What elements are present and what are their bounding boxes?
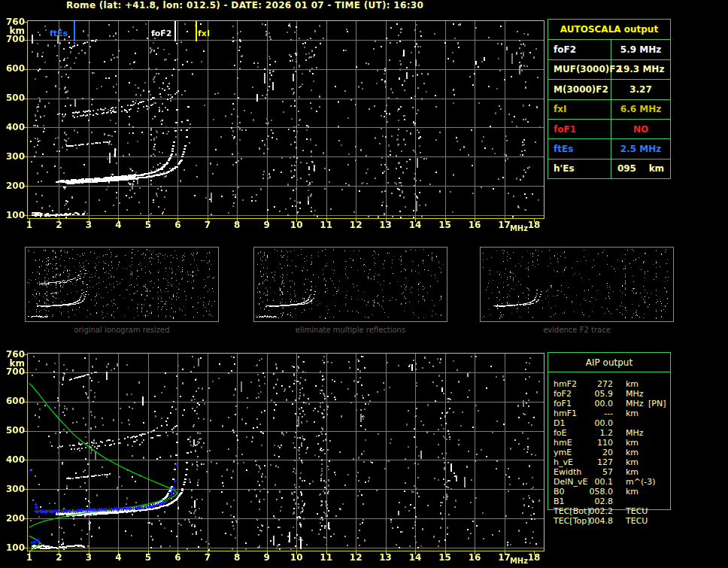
bottom-x-tick-label: 16 (463, 553, 486, 563)
autoscala-row-value: 6.6 MHz (611, 100, 670, 119)
bottom-x-tick-label: 9 (256, 553, 278, 563)
aip-row-ymE: ymE20km (548, 448, 672, 457)
thumbnail-original-canvas (26, 248, 218, 321)
aip-row-value: 05.9 (569, 389, 613, 399)
aip-row-value: 57 (569, 467, 613, 477)
aip-row-unit: m^(-3) (626, 477, 655, 487)
bottom-y-tick-label: 600 (2, 396, 25, 406)
bottom-y-tick-label: 400 (2, 455, 25, 465)
bottom-x-tick-label: 7 (196, 553, 219, 563)
top-y-axis-unit: km (2, 26, 25, 36)
aip-row-D1: D100.0 (548, 418, 672, 428)
bottom-x-tick-label: 11 (315, 553, 338, 563)
aip-row-value: 02.8 (569, 497, 613, 506)
top-x-tick-label: 10 (285, 220, 308, 230)
aip-row-value: 20 (569, 448, 613, 457)
autoscala-table: AUTOSCALA output foF25.9 MHzMUF(3000)F21… (548, 19, 671, 179)
top-x-tick-label: 15 (434, 220, 457, 230)
top-x-tick-label: 9 (256, 220, 278, 230)
bottom-x-tick-label: 12 (344, 553, 367, 563)
autoscala-row-value: 3.27 (611, 80, 670, 99)
top-y-tick-label: 100 (2, 211, 25, 220)
autoscala-row-value: 2.5 MHz (611, 139, 670, 158)
autoscala-row-fxI: fxI6.6 MHz (548, 99, 670, 119)
aip-row-label: foE (554, 428, 567, 438)
bottom-x-tick-label: 6 (166, 553, 189, 563)
aip-row-DelN_vE: DelN_vE00.1m^(-3) (548, 477, 672, 487)
bottom-x-tick-label: 14 (404, 553, 426, 563)
bottom-y-tick-label: 100 (2, 543, 25, 553)
autoscala-row-foF2: foF25.9 MHz (548, 39, 670, 59)
top-y-tick-label: 600 (2, 64, 25, 74)
autoscala-window: Rome (lat: +41.8, lon: 012.5) - DATE: 20… (0, 0, 728, 568)
aip-row-unit: km (626, 409, 639, 418)
autoscala-row-value: NO (611, 120, 670, 138)
bottom-x-tick-label: 5 (137, 553, 159, 563)
autoscala-row-ftEs: ftEs2.5 MHz (548, 138, 670, 158)
top-x-tick-label: 12 (344, 220, 367, 230)
bottom-x-tick-label: 3 (77, 553, 100, 563)
aip-row-foF1: foF100.0MHz[PN] (548, 399, 672, 409)
bottom-x-axis-unit: MHz (508, 556, 530, 566)
thumbnail-caption-f2-trace: evidence F2 trace (480, 326, 674, 334)
aip-row-label: B1 (554, 497, 565, 506)
thumbnail-f2-trace-canvas (481, 248, 673, 321)
bottom-y-axis-unit: km (2, 359, 25, 369)
autoscala-table-title: AUTOSCALA output (548, 20, 670, 39)
top-y-tick-label: 200 (2, 181, 25, 191)
autoscala-row-value: 095 km (611, 159, 670, 178)
aip-row-unit: TECU (626, 506, 648, 516)
marker-label-fxI: fxI (198, 29, 210, 38)
aip-row-value: 272 (569, 379, 613, 389)
aip-row-unit: km (626, 467, 639, 477)
aip-row-note: [PN] (648, 399, 666, 409)
top-x-tick-label: 7 (196, 220, 219, 230)
aip-table: AIP output hmF2272kmfoF205.9MHzfoF100.0M… (548, 352, 671, 510)
top-x-tick-label: 3 (77, 220, 100, 230)
thumbnail-no-multiples (253, 247, 447, 322)
autoscala-row-label: MUF(3000)F2 (548, 60, 611, 79)
thumbnail-caption-no-multiples: eliminate multiple reflections (253, 326, 447, 334)
aip-row-unit: km (626, 487, 639, 497)
aip-row-value: 00.0 (569, 418, 613, 428)
aip-row-value: --- (569, 409, 613, 418)
top-x-tick-label: 8 (226, 220, 248, 230)
top-x-tick-label: 6 (166, 220, 189, 230)
bottom-x-tick-label: 10 (285, 553, 308, 563)
thumbnail-no-multiples-canvas (254, 248, 447, 321)
aip-row-unit: km (626, 438, 639, 448)
aip-row-unit: MHz (626, 428, 644, 438)
aip-row-Ewidth: Ewidth57km (548, 467, 672, 477)
aip-row-value: 1.2 (569, 428, 613, 438)
aip-row-foF2: foF205.9MHz (548, 389, 672, 399)
marker-label-ftEs: ftEs (50, 29, 68, 38)
aip-row-label: D1 (554, 418, 565, 428)
aip-row-value: 058.0 (569, 487, 613, 497)
top-x-tick-label: 13 (375, 220, 397, 230)
top-x-tick-label: 14 (404, 220, 426, 230)
aip-row-value: 004.8 (569, 516, 613, 526)
thumbnail-original (25, 247, 219, 322)
aip-row-value: 127 (569, 457, 613, 467)
aip-row-B1: B102.8 (548, 497, 672, 506)
aip-row-B0: B0058.0km (548, 487, 672, 497)
thumbnail-caption-original: original ionogram resized (25, 326, 219, 334)
autoscala-row-MUF(3000)F2: MUF(3000)F219.3 MHz (548, 59, 670, 79)
top-ionogram-canvas (23, 20, 544, 223)
bottom-x-tick-label: 15 (434, 553, 457, 563)
bottom-y-tick-label: 500 (2, 426, 25, 436)
autoscala-row-label: fxI (548, 100, 611, 119)
bottom-x-tick-label: 13 (375, 553, 397, 563)
aip-row-foE: foE1.2MHz (548, 428, 672, 438)
autoscala-row-value: 19.3 MHz (611, 60, 670, 79)
aip-row-label: B0 (554, 487, 565, 497)
autoscala-row-h'Es: h'Es095 km (548, 159, 670, 178)
aip-row-unit: MHz (626, 399, 644, 409)
marker-label-foF2: foF2 (151, 29, 172, 38)
bottom-x-tick-label: 1 (18, 553, 41, 563)
top-y-tick-label: 500 (2, 93, 25, 103)
bottom-y-tick-label: 200 (2, 514, 25, 524)
aip-row-hmF1: hmF1---km (548, 409, 672, 418)
top-y-tick-label: 300 (2, 152, 25, 162)
aip-row-unit: TECU (626, 516, 648, 526)
